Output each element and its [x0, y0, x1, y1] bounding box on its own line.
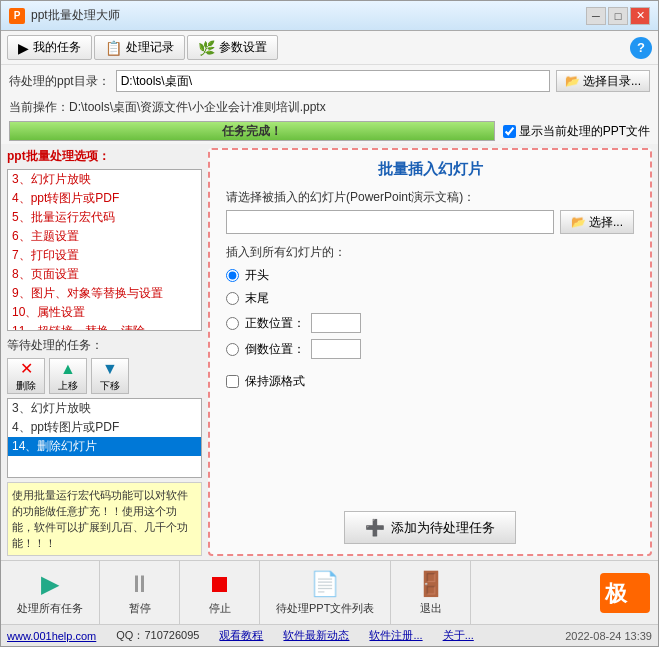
choose-dir-button[interactable]: 📂 选择目录...: [556, 70, 650, 92]
dir-label: 待处理的ppt目录：: [9, 73, 110, 90]
maximize-button[interactable]: □: [608, 7, 628, 25]
right-panel: 批量插入幻灯片 请选择被插入的幻灯片(PowerPoint演示文稿)： 📂 选择…: [208, 148, 652, 556]
datetime: 2022-08-24 13:39: [565, 630, 652, 642]
list-item[interactable]: 9、图片、对象等替换与设置: [8, 284, 201, 303]
pending-title: 等待处理的任务：: [7, 337, 202, 354]
stop-button[interactable]: ⏹ 停止: [180, 561, 260, 624]
tab-history[interactable]: 📋 处理记录: [94, 35, 185, 60]
file-input-row: 📂 选择...: [226, 210, 634, 234]
radio-pos-label: 正数位置：: [245, 315, 305, 332]
app-icon: P: [9, 8, 25, 24]
add-icon: ➕: [365, 518, 385, 537]
radio-end[interactable]: [226, 292, 239, 305]
dir-input[interactable]: [116, 70, 550, 92]
progress-fill: 任务完成！: [10, 122, 494, 140]
process-all-button[interactable]: ▶ 处理所有任务: [1, 561, 100, 624]
tutorial-link[interactable]: 观看教程: [219, 628, 263, 643]
options-title: ppt批量处理选项：: [7, 148, 202, 165]
radio-start-label: 开头: [245, 267, 269, 284]
delete-button[interactable]: ✕ 删除: [7, 358, 45, 394]
settings-icon: 🌿: [198, 40, 215, 56]
title-controls: ─ □ ✕: [586, 7, 650, 25]
bottom-toolbar: ▶ 处理所有任务 ⏸ 暂停 ⏹ 停止 📄 待处理PPT文件列表 🚪 退出: [1, 560, 658, 624]
move-up-button[interactable]: ▲ 上移: [49, 358, 87, 394]
list-item[interactable]: 10、属性设置: [8, 303, 201, 322]
progress-bar: 任务完成！: [9, 121, 495, 141]
qq-info: QQ：710726095: [116, 628, 199, 643]
radio-pos-row: 正数位置：: [226, 313, 634, 333]
keep-format-label: 保持源格式: [245, 373, 305, 390]
neg-input[interactable]: [311, 339, 361, 359]
list-item[interactable]: 4、ppt转图片或PDF: [8, 189, 201, 208]
folder-icon: 📂: [565, 74, 580, 88]
move-down-button[interactable]: ▼ 下移: [91, 358, 129, 394]
add-task-row: ➕ 添加为待处理任务: [226, 511, 634, 544]
insert-label: 插入到所有幻灯片的：: [226, 244, 634, 261]
radio-start[interactable]: [226, 269, 239, 282]
current-operation: 当前操作：D:\tools\桌面\资源文件\小企业会计准则培训.pptx: [1, 97, 658, 118]
panel-title: 批量插入幻灯片: [226, 160, 634, 179]
list-item[interactable]: 11、超链接一替换、清除: [8, 322, 201, 331]
close-button[interactable]: ✕: [630, 7, 650, 25]
tab-settings[interactable]: 🌿 参数设置: [187, 35, 278, 60]
register-link[interactable]: 软件注册...: [369, 628, 422, 643]
list-item[interactable]: 7、打印设置: [8, 246, 201, 265]
list-item[interactable]: 8、页面设置: [8, 265, 201, 284]
radio-neg-label: 倒数位置：: [245, 341, 305, 358]
radio-end-row: 末尾: [226, 290, 634, 307]
keep-format-row: 保持源格式: [226, 373, 634, 390]
advertisement: 使用批量运行宏代码功能可以对软件的功能做任意扩充！！使用这个功能，软件可以扩展到…: [7, 482, 202, 556]
exit-button[interactable]: 🚪 退出: [391, 561, 471, 624]
insert-section: 插入到所有幻灯片的： 开头 末尾 正数位置： 倒数位置：: [226, 244, 634, 359]
file-field-label: 请选择被插入的幻灯片(PowerPoint演示文稿)：: [226, 189, 634, 206]
list-item[interactable]: 5、批量运行宏代码: [8, 208, 201, 227]
title-bar: P ppt批量处理大师 ─ □ ✕: [1, 1, 658, 31]
up-icon: ▲: [60, 360, 76, 378]
toolbar: ▶ 我的任务 📋 处理记录 🌿 参数设置 ?: [1, 31, 658, 65]
about-link[interactable]: 关于...: [443, 628, 474, 643]
list-item[interactable]: 3、幻灯片放映: [8, 170, 201, 189]
list-item[interactable]: 14、删除幻灯片: [8, 437, 201, 456]
list-item[interactable]: 6、主题设置: [8, 227, 201, 246]
file-input[interactable]: [226, 210, 554, 234]
radio-neg[interactable]: [226, 343, 239, 356]
list-item[interactable]: 3、幻灯片放映: [8, 399, 201, 418]
pause-button[interactable]: ⏸ 暂停: [100, 561, 180, 624]
show-current-check-row: 显示当前处理的PPT文件: [503, 123, 650, 140]
help-button[interactable]: ?: [630, 37, 652, 59]
left-panel: ppt批量处理选项： 3、幻灯片放映4、ppt转图片或PDF5、批量运行宏代码6…: [7, 148, 202, 556]
radio-neg-row: 倒数位置：: [226, 339, 634, 359]
add-task-button[interactable]: ➕ 添加为待处理任务: [344, 511, 516, 544]
list-item[interactable]: 4、ppt转图片或PDF: [8, 418, 201, 437]
website-link[interactable]: www.001help.com: [7, 630, 96, 642]
minimize-button[interactable]: ─: [586, 7, 606, 25]
delete-icon: ✕: [20, 359, 33, 378]
task-list[interactable]: 3、幻灯片放映4、ppt转图片或PDF5、批量运行宏代码6、主题设置7、打印设置…: [7, 169, 202, 331]
radio-start-row: 开头: [226, 267, 634, 284]
title-bar-left: P ppt批量处理大师: [9, 7, 120, 24]
main-content: ppt批量处理选项： 3、幻灯片放映4、ppt转图片或PDF5、批量运行宏代码6…: [1, 144, 658, 560]
brand-logo: [600, 573, 650, 613]
pause-icon: ⏸: [128, 570, 152, 598]
file-list-button[interactable]: 📄 待处理PPT文件列表: [260, 561, 391, 624]
action-buttons: ✕ 删除 ▲ 上移 ▼ 下移: [7, 358, 202, 394]
progress-row: 任务完成！ 显示当前处理的PPT文件: [1, 118, 658, 144]
pos-input[interactable]: [311, 313, 361, 333]
history-icon: 📋: [105, 40, 122, 56]
directory-row: 待处理的ppt目录： 📂 选择目录...: [1, 65, 658, 97]
radio-end-label: 末尾: [245, 290, 269, 307]
folder-icon-2: 📂: [571, 215, 586, 229]
tasks-icon: ▶: [18, 40, 29, 56]
pending-list[interactable]: 3、幻灯片放映4、ppt转图片或PDF14、删除幻灯片: [7, 398, 202, 478]
stop-icon: ⏹: [208, 570, 232, 598]
show-current-checkbox[interactable]: [503, 125, 516, 138]
keep-format-checkbox[interactable]: [226, 375, 239, 388]
radio-pos[interactable]: [226, 317, 239, 330]
news-link[interactable]: 软件最新动态: [283, 628, 349, 643]
list-icon: 📄: [310, 570, 340, 598]
tab-my-tasks[interactable]: ▶ 我的任务: [7, 35, 92, 60]
exit-icon: 🚪: [416, 570, 446, 598]
choose-file-button[interactable]: 📂 选择...: [560, 210, 634, 234]
file-field: 请选择被插入的幻灯片(PowerPoint演示文稿)： 📂 选择...: [226, 189, 634, 234]
main-window: P ppt批量处理大师 ─ □ ✕ ▶ 我的任务 📋 处理记录 🌿 参数设置 ?…: [0, 0, 659, 647]
